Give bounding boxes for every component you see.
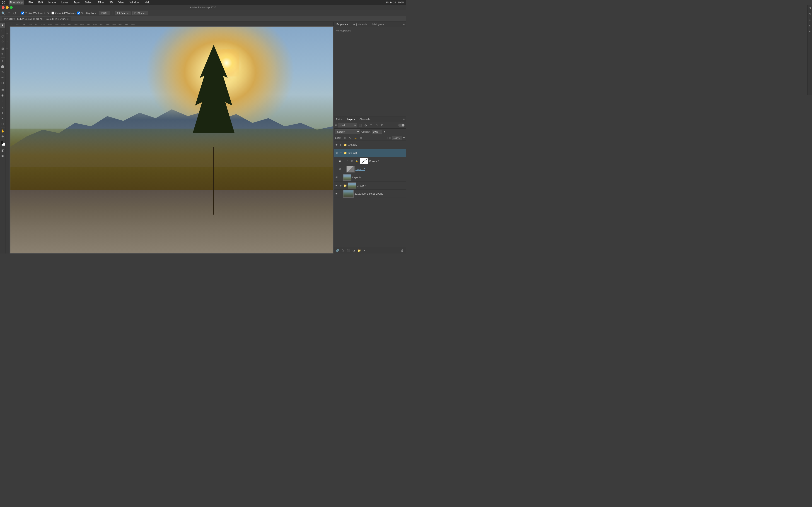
visibility-group7[interactable]: 👁 [335, 184, 339, 187]
menu-help[interactable]: Help [143, 0, 152, 5]
fill-arrow-icon[interactable]: ▾ [403, 136, 405, 139]
marquee-tool-button[interactable]: ⬚ [0, 28, 5, 33]
resize-windows-input[interactable] [21, 11, 24, 14]
fill-input[interactable] [392, 136, 402, 140]
new-layer-button[interactable]: + [362, 248, 367, 253]
tab-close-button[interactable]: ✕ [67, 18, 69, 20]
lock-all-icon[interactable]: 🔒 [353, 136, 358, 140]
layer-item-group8[interactable]: 👁 ▼ 📁 Group 8 [334, 149, 406, 157]
menu-edit[interactable]: Edit [37, 0, 44, 5]
tab-adjustments[interactable]: Adjustments [351, 22, 370, 27]
filter-smart-icon[interactable]: ⊟ [380, 123, 384, 127]
screen-mode-button[interactable]: ▣ [0, 153, 5, 158]
add-style-button[interactable]: fx [341, 248, 345, 253]
tab-channels[interactable]: Channels [357, 117, 372, 122]
visibility-curves3[interactable]: 👁 [338, 159, 342, 163]
blur-tool-button[interactable]: ◉ [0, 93, 5, 98]
new-group-button[interactable]: 📁 [357, 248, 361, 253]
clone-stamp-tool-button[interactable]: ✎ [0, 69, 5, 74]
layer-item-group5[interactable]: 👁 ▶ 📁 Group 5 [334, 141, 406, 149]
panel-menu-icon[interactable]: ≡ [401, 23, 406, 26]
window-controls[interactable] [2, 6, 13, 9]
layer-item-layer9[interactable]: 👁 Layer 9 [334, 173, 406, 181]
zoom-all-checkbox[interactable]: Zoom All Windows [51, 11, 75, 14]
zoom-level-input[interactable] [99, 11, 110, 15]
foreground-color[interactable] [0, 141, 3, 144]
visibility-group8[interactable]: 👁 [335, 151, 339, 155]
layers-panel-menu-icon[interactable]: ≡ [401, 117, 406, 121]
filter-type-icon[interactable]: T [369, 123, 373, 127]
shape-tool-button[interactable]: □ [0, 121, 5, 126]
expand-group7[interactable]: ▶ [340, 184, 342, 187]
visibility-layer10[interactable]: 👁 [338, 168, 342, 171]
type-tool-button[interactable]: T [0, 110, 5, 115]
dodge-tool-button[interactable]: ○ [0, 98, 5, 103]
delete-layer-button[interactable]: 🗑 [400, 248, 405, 253]
add-mask-button[interactable]: ⬛ [346, 248, 351, 253]
opacity-arrow-icon[interactable]: ▾ [384, 130, 385, 133]
visibility-group5[interactable]: 👁 [335, 143, 339, 147]
eyedropper-tool-button[interactable]: ✏ [0, 51, 5, 56]
zoom-plus-icon[interactable]: ⊕ [7, 11, 10, 15]
history-brush-tool-button[interactable]: ↩ [0, 75, 5, 80]
tab-properties[interactable]: Properties [334, 22, 351, 27]
menu-filter[interactable]: Filter [97, 0, 105, 5]
filter-toggle[interactable] [398, 124, 405, 127]
filter-shape-icon[interactable]: □ [374, 123, 379, 127]
move-tool-button[interactable]: ✦ [0, 23, 5, 27]
magic-wand-tool-button[interactable]: ✧ [0, 39, 5, 44]
hand-tool-button[interactable]: ✋ [0, 128, 5, 133]
quick-mask-button[interactable]: ◧ [0, 148, 5, 153]
filter-pixel-icon[interactable]: ⬛ [358, 123, 362, 127]
menu-photoshop[interactable]: Photoshop [9, 0, 24, 5]
layer-item-curves3[interactable]: 👁 ƒ ⛓ 🔒 Curves 3 [334, 157, 406, 165]
zoom-all-input[interactable] [51, 11, 54, 14]
brush-tool-button[interactable]: ⬤ [0, 64, 5, 69]
layer-name-layer10[interactable]: Layer 10 [355, 168, 405, 171]
lasso-tool-button[interactable]: ◌ [0, 34, 5, 39]
tab-layers[interactable]: Layers [345, 117, 357, 122]
filter-adj-icon[interactable]: ◑ [363, 123, 368, 127]
color-swatch[interactable] [0, 141, 5, 146]
new-fill-button[interactable]: ◑ [351, 248, 356, 253]
resize-windows-checkbox[interactable]: Resize Windows to Fit [21, 11, 50, 14]
menu-image[interactable]: Image [47, 0, 57, 5]
menu-view[interactable]: View [117, 0, 125, 5]
menu-select[interactable]: Select [84, 0, 94, 5]
eraser-tool-button[interactable]: ◻ [0, 80, 5, 85]
document-tab[interactable]: 20161029_144720-2.psd @ 48,7% (Group 8, … [2, 17, 71, 21]
visibility-layer9[interactable]: 👁 [335, 176, 339, 179]
link-layers-button[interactable]: 🔗 [335, 248, 340, 253]
pen-tool-button[interactable]: ◁ [0, 105, 5, 110]
menu-3d[interactable]: 3D [108, 0, 114, 5]
zoom-tool-button[interactable]: ⊕ [0, 134, 5, 139]
lock-pixels-icon[interactable]: ✎ [348, 136, 352, 140]
crop-tool-button[interactable]: ⊡ [0, 46, 5, 51]
layer-item-last[interactable]: 👁 20161029_144615-2.CR2 [334, 190, 406, 198]
zoom-minus-icon[interactable]: ⊖ [13, 11, 16, 15]
path-selection-tool-button[interactable]: ↖ [0, 116, 5, 121]
scrubby-zoom-input[interactable] [77, 11, 80, 14]
layer-item-group7[interactable]: 👁 ▶ 📁 Group 7 [334, 181, 406, 190]
scrubby-zoom-checkbox[interactable]: Scrubby Zoom [77, 11, 97, 14]
minimize-button[interactable] [6, 6, 9, 9]
fill-screen-button[interactable]: Fill Screen [132, 11, 148, 15]
gradient-tool-button[interactable]: ▭ [0, 87, 5, 92]
layer-item-layer10[interactable]: 👁 Layer 10 [334, 165, 406, 173]
maximize-button[interactable] [10, 6, 13, 9]
lock-artboard-icon[interactable]: ⊡ [359, 136, 363, 140]
lock-position-icon[interactable]: ⊞ [342, 136, 347, 140]
expand-group5[interactable]: ▶ [340, 144, 342, 146]
apple-menu[interactable]: ⌘ [2, 1, 5, 4]
tab-histogram[interactable]: Histogram [370, 22, 387, 27]
opacity-input[interactable] [372, 130, 382, 134]
menu-type[interactable]: Type [72, 0, 81, 5]
tab-paths[interactable]: Paths [334, 117, 345, 122]
close-button[interactable] [2, 6, 5, 9]
menu-window[interactable]: Window [128, 0, 141, 5]
visibility-last[interactable]: 👁 [335, 192, 339, 195]
kind-select[interactable]: Kind [338, 123, 357, 127]
menu-file[interactable]: File [27, 0, 34, 5]
menu-layer[interactable]: Layer [60, 0, 69, 5]
blend-mode-select[interactable]: Screen [335, 129, 360, 134]
